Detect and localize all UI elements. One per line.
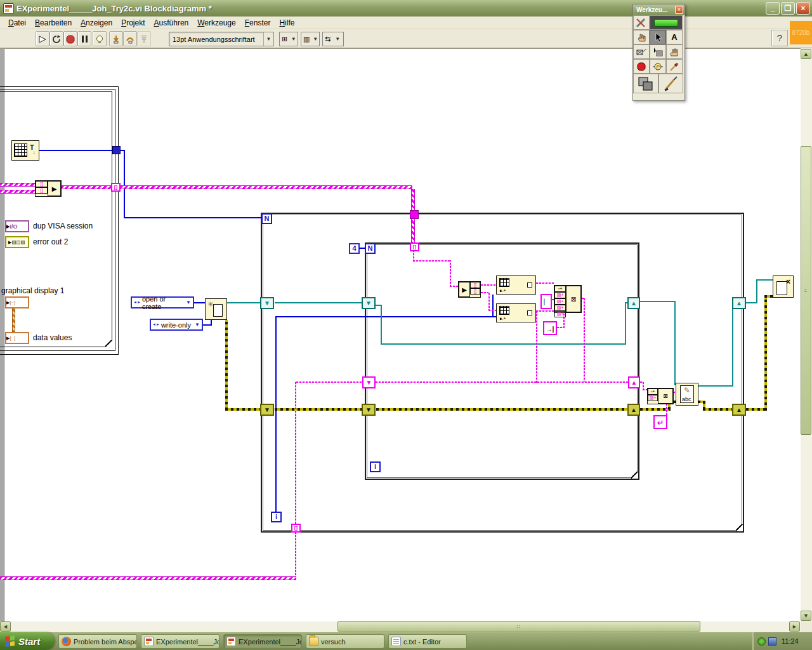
inner-loop-iteration-terminal[interactable]: i (370, 461, 381, 472)
block-diagram-canvas[interactable]: N i N i 4 (0, 48, 801, 621)
outer-loop-resize-handle[interactable] (736, 524, 743, 531)
open-create-replace-file-node[interactable]: ✳ (205, 298, 227, 320)
wire[interactable] (450, 286, 459, 287)
shift-register-right-error[interactable]: ▲ (627, 404, 640, 416)
wire[interactable] (275, 408, 363, 411)
menu-datei[interactable]: Datei (4, 17, 30, 29)
shift-register-left-error[interactable]: ▼ (362, 404, 376, 416)
dup-visa-session-terminal[interactable]: ▶ I/O (5, 220, 29, 232)
wire[interactable] (211, 319, 212, 326)
wire[interactable] (275, 302, 362, 303)
shift-register-left-string[interactable]: ▼ (362, 376, 376, 388)
wire[interactable] (381, 343, 626, 345)
wire[interactable] (38, 150, 113, 151)
wire[interactable] (536, 312, 537, 383)
auto-tool-button[interactable] (633, 15, 650, 30)
wire[interactable] (450, 260, 451, 287)
wire[interactable] (295, 533, 296, 578)
wire[interactable] (698, 385, 733, 387)
wire[interactable] (640, 301, 676, 302)
inner-loop-resize-handle[interactable] (631, 472, 638, 479)
wire[interactable] (0, 183, 35, 187)
tab-constant[interactable]: →| (543, 321, 557, 335)
pause-button[interactable] (77, 31, 91, 46)
shift-register-right-string[interactable]: ▲ (628, 376, 640, 388)
graphical-display-terminal[interactable]: ▶ [∙∙] (5, 296, 29, 308)
scroll-down-button[interactable]: ▼ (801, 611, 811, 621)
wire[interactable] (625, 302, 626, 344)
wire[interactable] (492, 295, 494, 317)
build-array-node[interactable]: [] [] ▶ (35, 180, 62, 197)
shift-register-right-teal[interactable]: ▲ (627, 297, 640, 309)
scroll-up-button[interactable]: ▲ (801, 49, 811, 59)
wire[interactable] (275, 316, 277, 512)
index-split-node[interactable]: ▶ [] [] (458, 281, 481, 298)
distribute-objects-button[interactable]: ▥▼ (301, 32, 320, 46)
font-selector[interactable]: 13pt Anwendungsschriftart ▼ (169, 32, 274, 46)
data-values-terminal[interactable]: ▶ [∙∙] (5, 332, 29, 344)
chevron-down-icon[interactable]: ▼ (195, 322, 202, 328)
wire[interactable] (674, 301, 676, 385)
error-out-2-label[interactable]: error out 2 (33, 237, 68, 246)
indexing-tunnel-inner[interactable]: [] (410, 242, 419, 251)
taskbar-button-labview-1[interactable]: EXperimentel____Joh... (141, 634, 219, 649)
build-table-node[interactable]: T ↓ (11, 140, 39, 161)
wire[interactable] (756, 279, 773, 281)
wire[interactable] (666, 403, 667, 415)
start-button[interactable]: Start (0, 632, 55, 650)
index-array-node[interactable]: ∎.+ (496, 275, 536, 295)
auto-tool-led[interactable] (650, 15, 683, 30)
wire[interactable] (764, 295, 767, 411)
wire[interactable] (62, 185, 112, 189)
wire[interactable] (359, 248, 365, 249)
context-help-button[interactable]: ? (771, 30, 788, 46)
concatenate-strings-node[interactable]: ▫+ ▨+ ▨+ ▨+ ▨+ ⊠ (554, 285, 582, 313)
close-file-node[interactable]: × (773, 275, 794, 298)
index-array-node[interactable]: ∎.+ (496, 303, 536, 322)
scroll-window-tool[interactable] (666, 44, 683, 59)
wire[interactable] (381, 305, 382, 344)
wire[interactable] (376, 408, 629, 411)
wire[interactable] (703, 408, 735, 411)
outer-loop-count-terminal[interactable]: N (261, 213, 272, 224)
highlight-execution-button[interactable] (93, 31, 107, 46)
wire[interactable] (296, 381, 363, 383)
concatenate-strings-small-node[interactable]: ▫+ ▨+ ⊠ (647, 388, 674, 404)
data-values-label[interactable]: data values (33, 333, 72, 342)
probe-tool[interactable]: P (650, 59, 666, 74)
tunnel-string-array[interactable]: [] (111, 183, 121, 192)
wire[interactable] (536, 310, 554, 312)
shift-register-left-teal[interactable]: ▼ (362, 297, 376, 309)
wire[interactable] (295, 381, 296, 524)
end-of-line-constant[interactable]: ↵ (653, 415, 667, 429)
menu-projekt[interactable]: Projekt (117, 17, 149, 29)
wire[interactable] (124, 150, 125, 218)
taskbar-button-folder[interactable]: versuch (306, 634, 384, 649)
stacked-structure-frame-front[interactable] (0, 91, 112, 347)
breakpoint-tool[interactable] (633, 59, 650, 74)
wire[interactable] (413, 260, 451, 262)
step-over-button[interactable] (123, 31, 137, 46)
edit-text-tool[interactable]: A (666, 30, 683, 44)
inner-loop-count-terminal[interactable]: N (365, 243, 376, 254)
enum-inc-dec-icon[interactable]: ◄► (132, 300, 142, 305)
wire[interactable] (275, 316, 368, 317)
shift-register-left-teal[interactable]: ▼ (260, 297, 274, 309)
tray-app-icon[interactable] (768, 637, 776, 646)
dup-visa-session-label[interactable]: dup VISA session (33, 222, 93, 230)
wire[interactable] (481, 284, 496, 286)
shift-register-right-teal[interactable]: ▲ (732, 297, 746, 309)
wire[interactable] (488, 310, 496, 311)
vertical-scroll-thumb[interactable]: ≡ (801, 146, 811, 435)
shift-register-left-error[interactable]: ▼ (260, 404, 274, 416)
open-mode-enum-constant[interactable]: ◄► open or create ▼ (131, 296, 194, 308)
wire[interactable] (411, 189, 415, 212)
close-icon[interactable]: × (675, 6, 683, 14)
wire[interactable] (488, 292, 490, 311)
taskbar-button-editor[interactable]: c.txt - Editor (388, 634, 467, 649)
paint-brush-tool[interactable] (658, 74, 683, 93)
menu-anzeigen[interactable]: Anzeigen (76, 17, 117, 29)
menu-bearbeiten[interactable]: Bearbeiten (30, 17, 76, 29)
color-copy-tool[interactable] (666, 59, 683, 74)
step-into-button[interactable] (109, 31, 123, 46)
